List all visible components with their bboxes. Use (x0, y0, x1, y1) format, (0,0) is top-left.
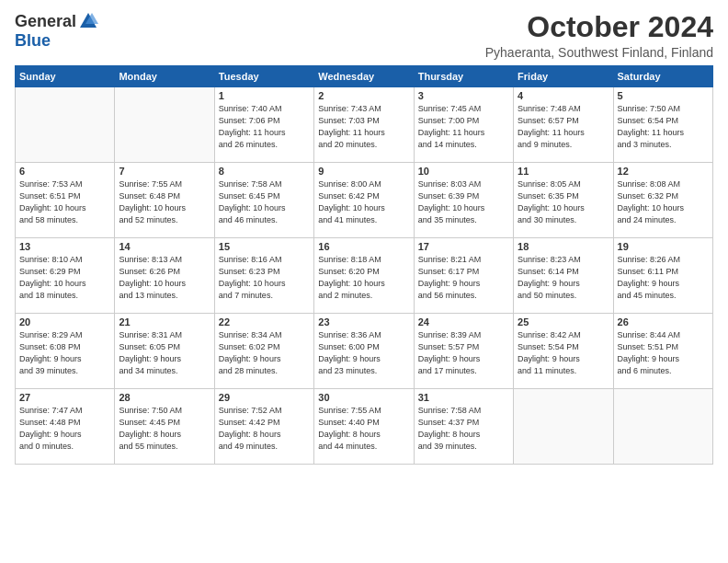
day-number: 9 (318, 166, 409, 177)
col-header-saturday: Saturday (613, 66, 712, 87)
day-info: Sunrise: 7:55 AM Sunset: 4:40 PM Dayligh… (318, 405, 409, 453)
day-number: 7 (119, 166, 210, 177)
logo-general-text: General (15, 12, 76, 31)
calendar-cell: 17Sunrise: 8:21 AM Sunset: 6:17 PM Dayli… (414, 238, 513, 314)
col-header-friday: Friday (514, 66, 613, 87)
day-number: 10 (418, 166, 509, 177)
day-number: 16 (318, 241, 409, 252)
calendar-cell: 23Sunrise: 8:36 AM Sunset: 6:00 PM Dayli… (314, 314, 414, 389)
calendar-cell: 15Sunrise: 8:16 AM Sunset: 6:23 PM Dayli… (214, 238, 313, 314)
logo: General Blue (15, 11, 98, 51)
location-title: Pyhaeranta, Southwest Finland, Finland (485, 45, 713, 60)
day-info: Sunrise: 8:03 AM Sunset: 6:39 PM Dayligh… (418, 178, 509, 226)
calendar-cell (16, 87, 115, 163)
calendar-cell: 8Sunrise: 7:58 AM Sunset: 6:45 PM Daylig… (214, 163, 313, 238)
day-info: Sunrise: 8:21 AM Sunset: 6:17 PM Dayligh… (418, 254, 509, 302)
day-info: Sunrise: 8:23 AM Sunset: 6:14 PM Dayligh… (518, 254, 609, 302)
day-info: Sunrise: 8:13 AM Sunset: 6:26 PM Dayligh… (119, 254, 210, 302)
day-number: 6 (19, 166, 110, 177)
col-header-wednesday: Wednesday (314, 66, 414, 87)
calendar-table: SundayMondayTuesdayWednesdayThursdayFrid… (15, 65, 713, 465)
day-number: 12 (618, 166, 709, 177)
day-info: Sunrise: 8:44 AM Sunset: 5:51 PM Dayligh… (618, 329, 709, 377)
day-info: Sunrise: 8:16 AM Sunset: 6:23 PM Dayligh… (219, 254, 310, 302)
calendar-cell (613, 389, 712, 465)
day-number: 21 (119, 316, 210, 327)
day-info: Sunrise: 8:10 AM Sunset: 6:29 PM Dayligh… (19, 254, 110, 302)
calendar-cell: 30Sunrise: 7:55 AM Sunset: 4:40 PM Dayli… (314, 389, 414, 465)
calendar-cell (514, 389, 613, 465)
day-number: 11 (518, 166, 609, 177)
col-header-sunday: Sunday (16, 66, 115, 87)
col-header-thursday: Thursday (414, 66, 513, 87)
day-number: 5 (618, 90, 709, 101)
day-info: Sunrise: 8:08 AM Sunset: 6:32 PM Dayligh… (618, 178, 709, 226)
day-number: 4 (518, 90, 609, 101)
day-number: 1 (219, 90, 310, 101)
calendar-cell: 31Sunrise: 7:58 AM Sunset: 4:37 PM Dayli… (414, 389, 513, 465)
day-info: Sunrise: 7:45 AM Sunset: 7:00 PM Dayligh… (418, 103, 509, 151)
day-number: 20 (19, 316, 110, 327)
calendar-cell: 1Sunrise: 7:40 AM Sunset: 7:06 PM Daylig… (214, 87, 313, 163)
calendar-cell: 6Sunrise: 7:53 AM Sunset: 6:51 PM Daylig… (16, 163, 115, 238)
day-info: Sunrise: 8:34 AM Sunset: 6:02 PM Dayligh… (219, 329, 310, 377)
calendar-cell (115, 87, 214, 163)
day-info: Sunrise: 8:29 AM Sunset: 6:08 PM Dayligh… (19, 329, 110, 377)
calendar-cell: 22Sunrise: 8:34 AM Sunset: 6:02 PM Dayli… (214, 314, 313, 389)
calendar-cell: 13Sunrise: 8:10 AM Sunset: 6:29 PM Dayli… (16, 238, 115, 314)
day-info: Sunrise: 8:42 AM Sunset: 5:54 PM Dayligh… (518, 329, 609, 377)
day-info: Sunrise: 8:26 AM Sunset: 6:11 PM Dayligh… (618, 254, 709, 302)
calendar-cell: 4Sunrise: 7:48 AM Sunset: 6:57 PM Daylig… (514, 87, 613, 163)
day-number: 23 (318, 316, 409, 327)
title-section: October 2024 Pyhaeranta, Southwest Finla… (485, 11, 713, 60)
day-number: 22 (219, 316, 310, 327)
calendar-cell: 24Sunrise: 8:39 AM Sunset: 5:57 PM Dayli… (414, 314, 513, 389)
day-info: Sunrise: 7:47 AM Sunset: 4:48 PM Dayligh… (19, 405, 110, 453)
day-info: Sunrise: 8:00 AM Sunset: 6:42 PM Dayligh… (318, 178, 409, 226)
day-info: Sunrise: 7:58 AM Sunset: 4:37 PM Dayligh… (418, 405, 509, 453)
day-number: 27 (19, 392, 110, 403)
day-info: Sunrise: 7:40 AM Sunset: 7:06 PM Dayligh… (219, 103, 310, 151)
logo-blue-text: Blue (15, 31, 51, 51)
day-info: Sunrise: 7:58 AM Sunset: 6:45 PM Dayligh… (219, 178, 310, 226)
day-number: 29 (219, 392, 310, 403)
day-number: 31 (418, 392, 509, 403)
month-title: October 2024 (485, 11, 713, 43)
calendar-cell: 14Sunrise: 8:13 AM Sunset: 6:26 PM Dayli… (115, 238, 214, 314)
day-info: Sunrise: 7:55 AM Sunset: 6:48 PM Dayligh… (119, 178, 210, 226)
calendar-cell: 28Sunrise: 7:50 AM Sunset: 4:45 PM Dayli… (115, 389, 214, 465)
day-number: 2 (318, 90, 409, 101)
day-number: 13 (19, 241, 110, 252)
calendar-cell: 21Sunrise: 8:31 AM Sunset: 6:05 PM Dayli… (115, 314, 214, 389)
col-header-monday: Monday (115, 66, 214, 87)
day-number: 18 (518, 241, 609, 252)
day-number: 26 (618, 316, 709, 327)
calendar-cell: 2Sunrise: 7:43 AM Sunset: 7:03 PM Daylig… (314, 87, 414, 163)
calendar-cell: 9Sunrise: 8:00 AM Sunset: 6:42 PM Daylig… (314, 163, 414, 238)
day-info: Sunrise: 8:36 AM Sunset: 6:00 PM Dayligh… (318, 329, 409, 377)
day-info: Sunrise: 7:50 AM Sunset: 4:45 PM Dayligh… (119, 405, 210, 453)
calendar-cell: 11Sunrise: 8:05 AM Sunset: 6:35 PM Dayli… (514, 163, 613, 238)
day-info: Sunrise: 7:43 AM Sunset: 7:03 PM Dayligh… (318, 103, 409, 151)
day-info: Sunrise: 8:18 AM Sunset: 6:20 PM Dayligh… (318, 254, 409, 302)
calendar-cell: 26Sunrise: 8:44 AM Sunset: 5:51 PM Dayli… (613, 314, 712, 389)
calendar-cell: 25Sunrise: 8:42 AM Sunset: 5:54 PM Dayli… (514, 314, 613, 389)
day-number: 17 (418, 241, 509, 252)
day-number: 8 (219, 166, 310, 177)
day-number: 19 (618, 241, 709, 252)
calendar-cell: 12Sunrise: 8:08 AM Sunset: 6:32 PM Dayli… (613, 163, 712, 238)
day-number: 15 (219, 241, 310, 252)
logo-icon (78, 11, 98, 31)
day-info: Sunrise: 8:05 AM Sunset: 6:35 PM Dayligh… (518, 178, 609, 226)
day-info: Sunrise: 8:39 AM Sunset: 5:57 PM Dayligh… (418, 329, 509, 377)
day-info: Sunrise: 7:50 AM Sunset: 6:54 PM Dayligh… (618, 103, 709, 151)
day-number: 3 (418, 90, 509, 101)
calendar-cell: 7Sunrise: 7:55 AM Sunset: 6:48 PM Daylig… (115, 163, 214, 238)
day-number: 14 (119, 241, 210, 252)
calendar-cell: 18Sunrise: 8:23 AM Sunset: 6:14 PM Dayli… (514, 238, 613, 314)
calendar-cell: 5Sunrise: 7:50 AM Sunset: 6:54 PM Daylig… (613, 87, 712, 163)
calendar-cell: 19Sunrise: 8:26 AM Sunset: 6:11 PM Dayli… (613, 238, 712, 314)
day-info: Sunrise: 7:53 AM Sunset: 6:51 PM Dayligh… (19, 178, 110, 226)
calendar-cell: 10Sunrise: 8:03 AM Sunset: 6:39 PM Dayli… (414, 163, 513, 238)
day-number: 25 (518, 316, 609, 327)
